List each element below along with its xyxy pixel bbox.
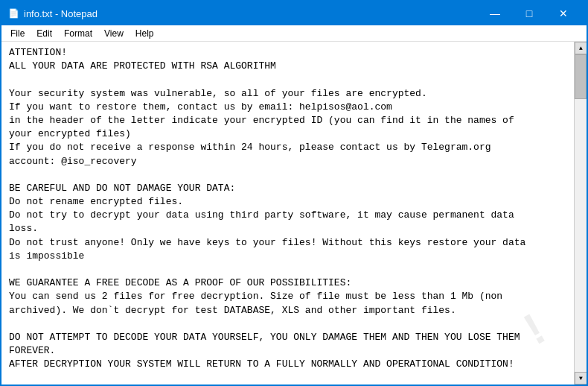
menu-view[interactable]: View	[98, 27, 130, 40]
title-bar: 📄 info.txt - Notepad — □ ✕	[1, 1, 587, 25]
title-bar-controls: — □ ✕	[478, 1, 581, 25]
scrollbar[interactable]: ▲ ▼	[574, 42, 587, 385]
window-title: info.txt - Notepad	[24, 8, 98, 19]
minimize-button[interactable]: —	[478, 1, 512, 25]
menu-file[interactable]: File	[4, 27, 31, 40]
maximize-button[interactable]: □	[512, 1, 546, 25]
title-bar-left: 📄 info.txt - Notepad	[7, 7, 98, 19]
menu-format[interactable]: Format	[58, 27, 98, 40]
text-editor[interactable]: ATTENTION! ALL YOUR DATA ARE PROTECTED W…	[1, 42, 574, 385]
scroll-up-button[interactable]: ▲	[575, 42, 587, 54]
scroll-down-button[interactable]: ▼	[575, 372, 587, 385]
scroll-track[interactable]	[575, 54, 587, 372]
close-button[interactable]: ✕	[546, 1, 581, 25]
scroll-thumb[interactable]	[575, 54, 587, 99]
menu-edit[interactable]: Edit	[31, 27, 58, 40]
notepad-window: 📄 info.txt - Notepad — □ ✕ File Edit For…	[0, 0, 588, 386]
notepad-icon: 📄	[7, 7, 19, 19]
menu-bar: File Edit Format View Help	[1, 25, 587, 42]
menu-help[interactable]: Help	[130, 27, 160, 40]
content-area: ATTENTION! ALL YOUR DATA ARE PROTECTED W…	[1, 42, 587, 385]
